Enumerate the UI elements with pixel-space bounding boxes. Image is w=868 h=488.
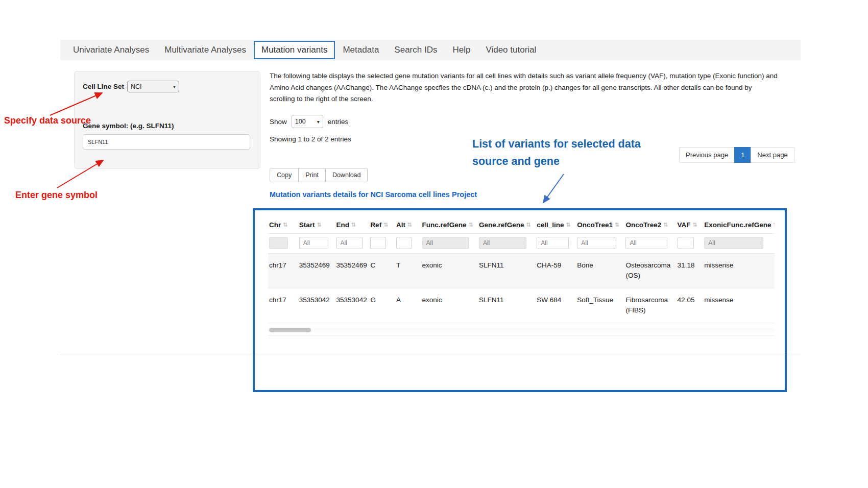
- column-label: Ref: [370, 221, 381, 229]
- cell: CHA-59: [536, 254, 576, 288]
- horizontal-scrollbar[interactable]: [268, 328, 775, 332]
- filter-input-oncotree1[interactable]: [577, 237, 616, 249]
- cell: 35353042: [298, 288, 335, 323]
- cell: SLFN11: [478, 254, 536, 288]
- previous-page-button[interactable]: Previous page: [679, 147, 735, 163]
- filter-input-alt[interactable]: [396, 237, 412, 249]
- column-header-chr[interactable]: Chr⇅: [268, 216, 298, 234]
- annotation-variants-list: List of variants for selected data sourc…: [472, 136, 676, 170]
- filter-input-vaf[interactable]: [678, 237, 694, 249]
- column-header-alt[interactable]: Alt⇅: [395, 216, 421, 234]
- sort-icon: ⇅: [469, 222, 473, 228]
- scrollbar-thumb[interactable]: [269, 328, 311, 332]
- column-header-gene-refgene[interactable]: Gene.refGene⇅: [478, 216, 536, 234]
- cell: exonic: [421, 288, 478, 323]
- cell: Osteosarcoma (OS): [624, 254, 676, 288]
- column-header-cell-line[interactable]: cell_line⇅: [536, 216, 576, 234]
- export-button-group: Copy Print Download: [270, 168, 368, 182]
- table-row[interactable]: chr17 35353042 35353042 G A exonic SLFN1…: [268, 288, 775, 323]
- sort-icon: ⇅: [407, 222, 412, 228]
- page-number-button[interactable]: 1: [734, 147, 751, 163]
- gene-symbol-label: Gene symbol: (e.g. SLFN11): [83, 122, 252, 130]
- variants-table: Chr⇅ Start⇅ End⇅ Ref⇅ Alt⇅ Func.refGene⇅…: [268, 216, 775, 323]
- column-header-oncotree1[interactable]: OncoTree1⇅: [576, 216, 624, 234]
- sort-icon: ⇅: [317, 222, 321, 228]
- cell: 35353042: [335, 288, 370, 323]
- filter-input-exonicfunc-refgene[interactable]: [704, 237, 763, 249]
- cell: 42.05: [677, 288, 704, 323]
- column-label: Alt: [396, 221, 405, 229]
- cell: chr17: [268, 288, 298, 323]
- tab-metadata[interactable]: Metadata: [335, 41, 387, 59]
- cell: SW 684: [536, 288, 576, 323]
- sort-icon: ⇅: [526, 222, 531, 228]
- column-header-func-refgene[interactable]: Func.refGene⇅: [421, 216, 478, 234]
- gene-symbol-input[interactable]: [83, 134, 250, 150]
- table-caption: Mutation variants details for NCI Sarcom…: [270, 190, 477, 199]
- column-header-exonicfunc-refgene[interactable]: ExonicFunc.refGene⇅: [703, 216, 775, 234]
- column-label: End: [336, 221, 350, 229]
- cell: Bone: [576, 254, 624, 288]
- table-row[interactable]: chr17 35352469 35352469 C T exonic SLFN1…: [268, 254, 775, 288]
- header-row: Chr⇅ Start⇅ End⇅ Ref⇅ Alt⇅ Func.refGene⇅…: [268, 216, 775, 234]
- variants-table-container: Chr⇅ Start⇅ End⇅ Ref⇅ Alt⇅ Func.refGene⇅…: [253, 208, 787, 392]
- pagination: Previous page 1 Next page: [679, 147, 794, 163]
- cell: Soft_Tissue: [576, 288, 624, 323]
- tab-multivariate-analyses[interactable]: Multivariate Analyses: [157, 41, 254, 59]
- show-label: Show: [270, 118, 287, 126]
- cell: missense: [703, 254, 775, 288]
- sort-icon: ⇅: [615, 222, 619, 228]
- cell: missense: [703, 288, 775, 323]
- cell: 35352469: [298, 254, 335, 288]
- page: Univariate Analyses Multivariate Analyse…: [0, 0, 868, 488]
- print-button[interactable]: Print: [298, 168, 326, 182]
- page-length-select[interactable]: 100 ▾: [292, 115, 323, 128]
- tab-univariate-analyses[interactable]: Univariate Analyses: [65, 41, 157, 59]
- filter-input-cell-line[interactable]: [537, 237, 568, 249]
- tab-help[interactable]: Help: [445, 41, 478, 59]
- cell: 35352469: [335, 254, 370, 288]
- tab-search-ids[interactable]: Search IDs: [387, 41, 445, 59]
- column-header-end[interactable]: End⇅: [335, 216, 370, 234]
- cell: 31.18: [677, 254, 704, 288]
- next-page-button[interactable]: Next page: [751, 147, 794, 163]
- filter-input-oncotree2[interactable]: [625, 237, 667, 249]
- table-description: The following table displays the selecte…: [270, 70, 778, 105]
- column-header-vaf[interactable]: VAF⇅: [677, 216, 704, 234]
- filter-input-gene-refgene[interactable]: [479, 237, 526, 249]
- copy-button[interactable]: Copy: [270, 168, 299, 182]
- filter-input-end[interactable]: [336, 237, 363, 249]
- filter-input-func-refgene[interactable]: [422, 237, 469, 249]
- tab-video-tutorial[interactable]: Video tutorial: [478, 41, 544, 59]
- column-header-oncotree2[interactable]: OncoTree2⇅: [624, 216, 676, 234]
- download-button[interactable]: Download: [325, 168, 368, 182]
- main-nav: Univariate Analyses Multivariate Analyse…: [60, 40, 801, 60]
- column-label: cell_line: [537, 221, 564, 229]
- sort-icon: ⇅: [774, 222, 775, 228]
- filter-input-start[interactable]: [299, 237, 328, 249]
- sort-icon: ⇅: [383, 222, 388, 228]
- sort-icon: ⇅: [693, 222, 697, 228]
- filter-input-chr[interactable]: [269, 237, 288, 249]
- cell: exonic: [421, 254, 478, 288]
- chevron-down-icon: ▾: [317, 119, 320, 125]
- sort-icon: ⇅: [351, 222, 356, 228]
- arrow-to-table: [543, 174, 564, 203]
- sort-icon: ⇅: [566, 222, 571, 228]
- cell-line-set-select[interactable]: NCI ▾: [127, 81, 179, 92]
- column-label: OncoTree1: [577, 221, 613, 229]
- column-header-ref[interactable]: Ref⇅: [369, 216, 395, 234]
- cell: A: [395, 288, 421, 323]
- annotation-specify-data-source: Specify data source: [4, 115, 91, 126]
- cell-line-set-label: Cell Line Set: [83, 83, 124, 90]
- cell: Fibrosarcoma (FIBS): [624, 288, 676, 323]
- column-header-start[interactable]: Start⇅: [298, 216, 335, 234]
- column-label: ExonicFunc.refGene: [704, 221, 771, 229]
- tab-mutation-variants[interactable]: Mutation variants: [254, 41, 335, 59]
- page-length-value: 100: [295, 118, 306, 125]
- filter-input-ref[interactable]: [370, 237, 386, 249]
- cell-line-set-value: NCI: [131, 83, 142, 90]
- column-label: OncoTree2: [625, 221, 661, 229]
- sidebar-panel: Cell Line Set NCI ▾ Gene symbol: (e.g. S…: [74, 71, 260, 169]
- filter-row: [268, 234, 775, 254]
